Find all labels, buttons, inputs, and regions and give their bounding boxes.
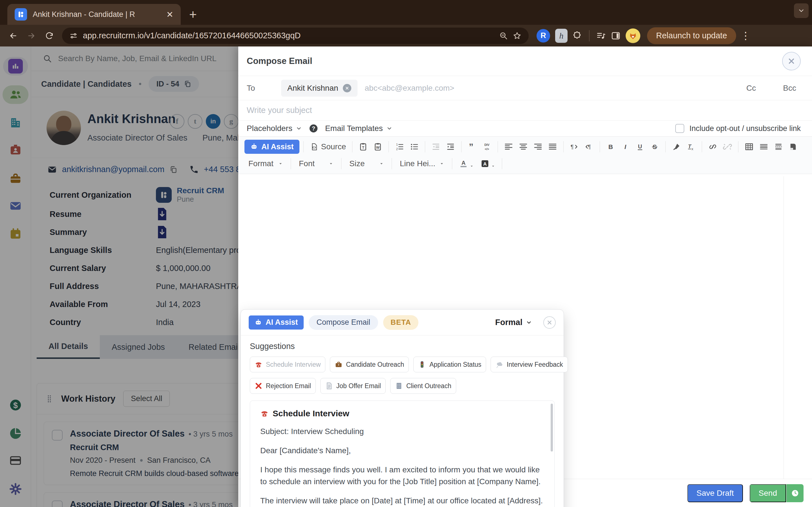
new-tab-button[interactable]: +: [189, 8, 197, 21]
beta-badge: BETA: [383, 315, 418, 330]
preview-scrollbar[interactable]: [551, 404, 553, 452]
profile-avatar[interactable]: [626, 29, 640, 43]
url-text: app.recruitcrm.io/v1/candidate/165720164…: [83, 31, 494, 40]
extensions-area: R h: [537, 29, 640, 43]
tone-dropdown[interactable]: Formal: [492, 318, 532, 327]
page-break-icon[interactable]: [772, 140, 785, 154]
email-body-editor[interactable]: AI Assist Compose Email BETA Formal Sugg…: [238, 174, 812, 481]
send-button[interactable]: Send: [750, 484, 786, 502]
suggestion-application-status[interactable]: Application Status: [413, 356, 486, 372]
preview-paragraph: The interview will take place on [Date] …: [260, 495, 544, 507]
tab-title: Ankit Krishnan - Candidate | R: [33, 10, 161, 19]
table-icon[interactable]: [742, 140, 756, 154]
suggestion-interview-feedback[interactable]: Interview Feedback: [491, 356, 567, 372]
italic-icon[interactable]: I: [619, 140, 632, 154]
media-controls-icon[interactable]: [596, 31, 606, 41]
blockquote-icon[interactable]: ”: [465, 140, 479, 154]
svg-text:</>: </>: [485, 147, 489, 151]
compose-email-tab[interactable]: Compose Email: [309, 315, 378, 330]
side-panel-icon[interactable]: [611, 31, 620, 41]
size-dropdown[interactable]: Size: [345, 159, 388, 168]
url-bar[interactable]: app.recruitcrm.io/v1/candidate/165720164…: [62, 27, 529, 44]
zoom-icon[interactable]: [499, 32, 508, 40]
help-icon[interactable]: ?: [309, 124, 318, 133]
align-justify-icon[interactable]: [546, 140, 559, 154]
paste-text-icon[interactable]: T: [356, 140, 370, 154]
insert-block-icon[interactable]: [786, 140, 800, 154]
relaunch-button[interactable]: Relaunch to update: [647, 27, 736, 44]
svg-text:A: A: [462, 160, 465, 166]
tab-close-icon[interactable]: ✕: [166, 10, 173, 19]
editor-toolbar: AI Assist Source T W 12: [238, 136, 812, 174]
popup-close-icon[interactable]: [543, 316, 556, 329]
unlink-icon[interactable]: [721, 140, 734, 154]
source-icon: [310, 143, 318, 151]
extension-r-icon[interactable]: R: [537, 29, 550, 43]
bg-color-button[interactable]: A: [477, 159, 498, 168]
remove-format-icon[interactable]: Tx: [684, 140, 698, 154]
underline-icon[interactable]: U: [633, 140, 647, 154]
svg-text:A: A: [483, 161, 487, 167]
to-input[interactable]: [365, 83, 719, 93]
div-container-icon[interactable]: DIV</>: [480, 140, 494, 154]
placeholders-dropdown[interactable]: Placeholders: [247, 124, 302, 133]
forward-icon[interactable]: [24, 28, 39, 43]
svg-text:B: B: [608, 143, 613, 151]
tab-search-chevron-icon[interactable]: [794, 3, 809, 18]
text-color-button[interactable]: A: [456, 159, 476, 168]
bookmark-star-icon[interactable]: [513, 32, 521, 40]
font-dropdown[interactable]: Font: [295, 159, 337, 168]
text-direction-ltr-icon[interactable]: ¶: [567, 140, 581, 154]
extensions-puzzle-icon[interactable]: [573, 31, 582, 41]
recipient-chip[interactable]: Ankit Krishnan: [281, 80, 357, 97]
bullet-list-icon[interactable]: [407, 140, 421, 154]
suggestion-client-outreach[interactable]: Client Outreach: [390, 378, 456, 394]
horizontal-rule-icon[interactable]: [757, 140, 770, 154]
suggestion-candidate-outreach[interactable]: Candidate Outreach: [330, 356, 409, 372]
generated-email-preview[interactable]: Schedule Interview Subject: Interview Sc…: [250, 400, 555, 507]
link-icon[interactable]: [706, 140, 719, 154]
cc-button[interactable]: Cc: [746, 83, 756, 93]
modal-close-icon[interactable]: [782, 52, 801, 70]
email-templates-dropdown[interactable]: Email Templates: [325, 124, 393, 133]
bcc-button[interactable]: Bcc: [783, 83, 796, 93]
suggestion-rejection-email[interactable]: Rejection Email: [250, 378, 316, 394]
remove-recipient-icon[interactable]: [343, 84, 351, 93]
align-right-icon[interactable]: [531, 140, 545, 154]
optout-checkbox[interactable]: [675, 124, 684, 133]
subject-input[interactable]: [247, 106, 804, 115]
screen: Ankit Krishnan - Candidate | R ✕ + app.r…: [0, 0, 812, 507]
align-left-icon[interactable]: [502, 140, 515, 154]
paste-word-icon[interactable]: W: [371, 140, 385, 154]
ai-assist-popup: AI Assist Compose Email BETA Formal Sugg…: [241, 309, 564, 507]
indent-icon[interactable]: [444, 140, 457, 154]
schedule-send-button[interactable]: [786, 484, 804, 502]
reload-icon[interactable]: [42, 28, 57, 43]
chrome-separator: [589, 30, 590, 41]
browser-tab[interactable]: Ankit Krishnan - Candidate | R ✕: [7, 4, 181, 25]
strikethrough-icon[interactable]: S: [648, 140, 661, 154]
ordered-list-icon[interactable]: 12: [393, 140, 406, 154]
source-button[interactable]: Source: [308, 142, 349, 151]
outdent-icon[interactable]: [429, 140, 443, 154]
bold-icon[interactable]: B: [604, 140, 617, 154]
chrome-menu-icon[interactable]: ⋮: [739, 30, 755, 42]
suggestion-schedule-interview[interactable]: Schedule Interview: [250, 356, 325, 372]
copy-formatting-icon[interactable]: [670, 140, 683, 154]
robot-icon: [254, 319, 262, 327]
to-row: To Ankit Krishnan Cc Bcc: [238, 76, 812, 100]
browser-tabstrip: Ankit Krishnan - Candidate | R ✕ +: [0, 0, 812, 25]
site-settings-icon[interactable]: [69, 32, 78, 40]
ai-assist-button[interactable]: AI Assist: [245, 140, 299, 154]
back-icon[interactable]: [6, 28, 21, 43]
suggestion-job-offer-email[interactable]: Job Offer Email: [320, 378, 386, 394]
document-icon: [325, 382, 333, 390]
text-direction-rtl-icon[interactable]: ¶: [582, 140, 596, 154]
line-height-dropdown[interactable]: Line Hei...: [396, 159, 448, 168]
extension-h-icon[interactable]: h: [555, 29, 567, 43]
save-draft-button[interactable]: Save Draft: [688, 484, 743, 502]
options-row: Placeholders ? Email Templates Include o…: [238, 121, 812, 136]
align-center-icon[interactable]: [516, 140, 530, 154]
ai-assist-tab[interactable]: AI Assist: [249, 316, 304, 330]
format-dropdown[interactable]: Format: [245, 159, 287, 168]
